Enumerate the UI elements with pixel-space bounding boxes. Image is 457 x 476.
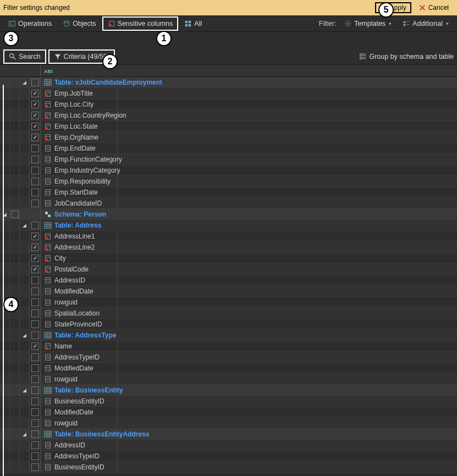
expander-icon[interactable]: ◢	[1, 212, 9, 217]
table-row[interactable]: ◢Table: BusinessEntity	[0, 385, 457, 396]
checkbox[interactable]	[31, 222, 39, 229]
svg-point-5	[109, 24, 111, 26]
expander-icon[interactable]: ◢	[21, 80, 29, 85]
checkbox[interactable]	[31, 320, 39, 328]
expander-icon[interactable]: ◢	[21, 388, 29, 393]
col-label: AddressID	[54, 276, 85, 284]
cancel-button[interactable]: Cancel	[414, 2, 454, 13]
checkbox[interactable]	[11, 211, 19, 218]
checkbox[interactable]	[31, 134, 39, 141]
column-row[interactable]: Emp.EndDate	[0, 143, 457, 154]
column-row[interactable]: JobCandidateID	[0, 198, 457, 209]
checkbox[interactable]	[31, 375, 39, 383]
checkbox[interactable]	[31, 243, 39, 251]
expander-icon[interactable]: ◢	[21, 223, 29, 228]
column-row[interactable]: ModifiedDate	[0, 286, 457, 297]
column-row[interactable]: rowguid	[0, 297, 457, 308]
search-button[interactable]: Search	[3, 49, 46, 64]
column-row[interactable]: AddressID	[0, 275, 457, 286]
checkbox[interactable]	[31, 386, 39, 394]
additional-dropdown[interactable]: Additional	[398, 17, 454, 30]
checkbox[interactable]	[31, 254, 39, 262]
objects-button[interactable]: Objects	[58, 17, 101, 30]
all-button[interactable]: All	[179, 17, 207, 30]
svg-point-73	[45, 247, 48, 250]
table-row[interactable]: ◢Table: Address	[0, 220, 457, 231]
column-row[interactable]: Name	[0, 341, 457, 352]
column-row[interactable]: BusinessEntityID	[0, 396, 457, 407]
column-row[interactable]: Emp.IndustryCategory	[0, 165, 457, 176]
column-row[interactable]: AddressTypeID	[0, 352, 457, 363]
column-row[interactable]: ModifiedDate	[0, 363, 457, 374]
table-row[interactable]: ◢Table: vJobCandidateEmployment	[0, 77, 457, 88]
svg-rect-11	[404, 21, 406, 23]
checkbox[interactable]	[31, 309, 39, 317]
column-row[interactable]: Emp.OrgName	[0, 132, 457, 143]
checkbox[interactable]	[31, 123, 39, 130]
column-row[interactable]: rowguid	[0, 418, 457, 429]
object-tree[interactable]: ◢Table: vJobCandidateEmploymentEmp.JobTi…	[0, 77, 457, 476]
checkbox[interactable]	[31, 353, 39, 361]
column-row[interactable]: PostalCode	[0, 264, 457, 275]
col-label: City	[54, 254, 66, 262]
checkbox[interactable]	[31, 189, 39, 196]
checkbox[interactable]	[31, 101, 39, 108]
checkbox[interactable]	[31, 430, 39, 438]
column-row[interactable]: Emp.StartDate	[0, 187, 457, 198]
table-label: Table: BusinessEntity	[54, 386, 123, 394]
checkbox[interactable]	[31, 145, 39, 152]
column-row[interactable]: City	[0, 253, 457, 264]
operations-button[interactable]: Operations	[3, 17, 57, 30]
checkbox[interactable]	[31, 200, 39, 207]
checkbox[interactable]	[31, 342, 39, 350]
operations-icon	[8, 20, 16, 27]
checkbox[interactable]	[31, 167, 39, 174]
checkbox[interactable]	[31, 287, 39, 295]
column-row[interactable]: AddressTypeID	[0, 451, 457, 462]
column-row[interactable]: Emp.Loc.CountryRegion	[0, 110, 457, 121]
svg-rect-1	[10, 23, 12, 23]
checkbox[interactable]	[31, 331, 39, 339]
checkbox[interactable]	[31, 112, 39, 119]
checkbox[interactable]	[31, 397, 39, 405]
templates-dropdown[interactable]: Templates	[339, 17, 397, 30]
checkbox[interactable]	[31, 233, 39, 240]
table-row[interactable]: ◢Table: BusinessEntityAddress	[0, 429, 457, 440]
checkbox[interactable]	[31, 276, 39, 284]
checkbox[interactable]	[31, 156, 39, 163]
column-row[interactable]: Emp.Responsibility	[0, 176, 457, 187]
col-label: ModifiedDate	[54, 287, 93, 295]
svg-rect-58	[46, 200, 51, 206]
checkbox[interactable]	[31, 408, 39, 416]
column-row[interactable]: rowguid	[0, 374, 457, 385]
checkbox[interactable]	[31, 364, 39, 372]
checkbox[interactable]	[31, 452, 39, 460]
expander-icon[interactable]: ◢	[21, 431, 29, 437]
checkbox[interactable]	[31, 298, 39, 306]
sensitive-columns-button[interactable]: Sensitive columns	[102, 16, 179, 31]
column-row[interactable]: ModifiedDate	[0, 407, 457, 418]
column-row[interactable]: BusinessEntityID	[0, 462, 457, 473]
expander-icon[interactable]: ◢	[21, 333, 29, 338]
checkbox[interactable]	[31, 441, 39, 449]
column-row[interactable]: AddressID	[0, 440, 457, 451]
checkbox[interactable]	[31, 463, 39, 471]
group-label: Group by schema and table	[369, 53, 454, 60]
column-row[interactable]: Emp.Loc.State	[0, 121, 457, 132]
checkbox[interactable]	[31, 265, 39, 273]
column-row[interactable]: Emp.FunctionCategory	[0, 154, 457, 165]
checkbox[interactable]	[31, 90, 39, 97]
column-row[interactable]: StateProvinceID	[0, 319, 457, 330]
checkbox[interactable]	[31, 178, 39, 185]
column-row[interactable]: AddressLine2	[0, 242, 457, 253]
column-row[interactable]: SpatialLocation	[0, 308, 457, 319]
table-row[interactable]: ◢Table: AddressType	[0, 330, 457, 341]
column-row[interactable]: Emp.JobTitle	[0, 88, 457, 99]
svg-point-36	[45, 115, 48, 118]
checkbox[interactable]	[31, 79, 39, 86]
schema-row[interactable]: ◢Schema: Person	[0, 209, 457, 220]
checkbox[interactable]	[31, 419, 39, 427]
group-by-button[interactable]: Group by schema and table	[359, 53, 454, 60]
column-row[interactable]: Emp.Loc.City	[0, 99, 457, 110]
column-row[interactable]: AddressLine1	[0, 231, 457, 242]
